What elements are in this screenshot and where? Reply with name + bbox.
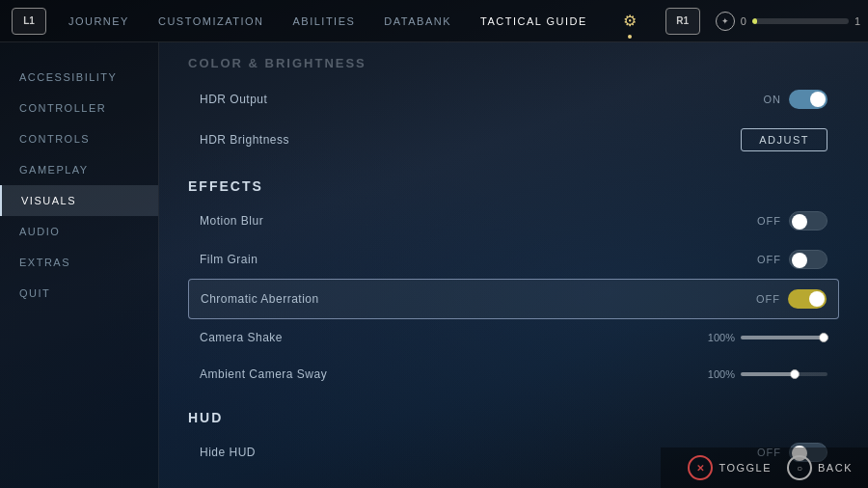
toggle-knob bbox=[809, 291, 825, 307]
health-track bbox=[752, 18, 849, 24]
chromatic-aberration-label: Chromatic Aberration bbox=[201, 292, 319, 306]
sidebar-item-accessibility[interactable]: ACCESSIBILITY bbox=[0, 62, 158, 93]
nav-tabs: JOURNEY CUSTOMIZATION ABILITIES DATABANK… bbox=[50, 8, 662, 35]
health-icon: ✦ bbox=[716, 12, 735, 31]
slider-fill bbox=[741, 336, 824, 339]
r1-button[interactable]: R1 bbox=[665, 8, 700, 35]
toggle-knob bbox=[792, 214, 807, 230]
health-bar: ✦ 0 1 bbox=[716, 12, 860, 31]
hide-hud-label: Hide HUD bbox=[200, 446, 256, 459]
toggle-knob bbox=[810, 92, 826, 107]
content-scroll[interactable]: COLOR & BRIGHTNESS HDR Output ON HDR Bri… bbox=[159, 42, 868, 488]
tab-journey[interactable]: JOURNEY bbox=[68, 12, 129, 31]
slider-fill bbox=[741, 372, 795, 376]
health-fill bbox=[752, 18, 757, 24]
toggle-button-icon: ✕ bbox=[688, 455, 713, 480]
slider-thumb bbox=[819, 333, 828, 342]
camera-shake-row: Camera Shake 100% bbox=[188, 319, 839, 356]
ambient-camera-sway-control: 100% bbox=[698, 368, 827, 380]
ambient-camera-sway-slider[interactable] bbox=[741, 372, 827, 376]
camera-shake-value: 100% bbox=[698, 332, 735, 343]
camera-shake-label: Camera Shake bbox=[200, 331, 283, 344]
motion-blur-label: Motion Blur bbox=[200, 214, 263, 228]
sidebar-item-controls[interactable]: CONTROLS bbox=[0, 123, 158, 154]
camera-shake-control: 100% bbox=[698, 332, 827, 343]
sidebar: ACCESSIBILITY CONTROLLER CONTROLS GAMEPL… bbox=[0, 42, 159, 488]
gear-icon[interactable]: ⚙ bbox=[616, 8, 643, 35]
hud-section-title: HUD bbox=[188, 393, 839, 433]
health-value: 0 bbox=[741, 15, 746, 27]
sidebar-item-controller[interactable]: CONTROLLER bbox=[0, 93, 158, 123]
ambient-camera-sway-label: Ambient Camera Sway bbox=[200, 367, 327, 381]
sidebar-item-visuals[interactable]: VISUALS bbox=[0, 185, 158, 216]
tab-customization[interactable]: CUSTOMIZATION bbox=[158, 12, 264, 31]
chromatic-aberration-toggle[interactable] bbox=[788, 289, 827, 309]
hdr-brightness-label: HDR Brightness bbox=[200, 133, 289, 147]
hdr-output-state: ON bbox=[764, 94, 782, 105]
hdr-brightness-adjust-button[interactable]: ADJUST bbox=[741, 128, 827, 151]
content-area: COLOR & BRIGHTNESS HDR Output ON HDR Bri… bbox=[159, 42, 868, 488]
chromatic-aberration-control: OFF bbox=[756, 289, 827, 309]
color-section-title: COLOR & BRIGHTNESS bbox=[188, 42, 839, 80]
film-grain-control: OFF bbox=[757, 250, 827, 269]
chromatic-aberration-row: Chromatic Aberration OFF bbox=[188, 279, 839, 319]
tab-databank[interactable]: DATABANK bbox=[384, 12, 451, 31]
hdr-output-control: ON bbox=[764, 90, 828, 109]
chromatic-aberration-state: OFF bbox=[756, 293, 780, 305]
film-grain-label: Film Grain bbox=[200, 253, 258, 266]
camera-shake-slider[interactable] bbox=[741, 336, 827, 339]
tab-tactical-guide[interactable]: TACTICAL GUIDE bbox=[480, 12, 587, 31]
health-max: 1 bbox=[854, 15, 860, 27]
tab-abilities[interactable]: ABILITIES bbox=[292, 12, 355, 31]
ambient-camera-sway-value: 100% bbox=[698, 368, 735, 380]
slider-thumb bbox=[790, 369, 800, 379]
motion-blur-control: OFF bbox=[757, 211, 827, 230]
main-layout: ACCESSIBILITY CONTROLLER CONTROLS GAMEPL… bbox=[0, 42, 868, 488]
toggle-knob bbox=[792, 253, 807, 268]
hdr-output-toggle[interactable] bbox=[789, 90, 827, 109]
film-grain-toggle[interactable] bbox=[789, 250, 827, 269]
toggle-label: TOGGLE bbox=[719, 462, 772, 474]
sidebar-item-extras[interactable]: EXTRAS bbox=[0, 247, 158, 278]
hdr-output-label: HDR Output bbox=[200, 93, 267, 106]
hdr-brightness-row: HDR Brightness ADJUST bbox=[188, 119, 839, 161]
bottom-bar: ✕ TOGGLE ○ BACK bbox=[661, 447, 868, 488]
motion-blur-row: Motion Blur OFF bbox=[188, 202, 839, 240]
ambient-camera-sway-row: Ambient Camera Sway 100% bbox=[188, 356, 839, 393]
motion-blur-toggle[interactable] bbox=[789, 211, 827, 230]
effects-section-title: EFFECTS bbox=[188, 161, 839, 202]
sidebar-item-audio[interactable]: AUDIO bbox=[0, 216, 158, 247]
top-navigation: L1 JOURNEY CUSTOMIZATION ABILITIES DATAB… bbox=[0, 0, 868, 42]
back-action[interactable]: ○ BACK bbox=[787, 455, 853, 480]
back-label: BACK bbox=[818, 462, 853, 474]
sidebar-item-gameplay[interactable]: GAMEPLAY bbox=[0, 154, 158, 185]
film-grain-row: Film Grain OFF bbox=[188, 240, 839, 279]
toggle-action[interactable]: ✕ TOGGLE bbox=[688, 455, 772, 480]
l1-button[interactable]: L1 bbox=[12, 8, 46, 35]
film-grain-state: OFF bbox=[757, 254, 781, 265]
motion-blur-state: OFF bbox=[757, 215, 781, 227]
sidebar-item-quit[interactable]: QUIT bbox=[0, 278, 158, 309]
back-button-icon: ○ bbox=[787, 455, 812, 480]
hdr-output-row: HDR Output ON bbox=[188, 80, 839, 119]
